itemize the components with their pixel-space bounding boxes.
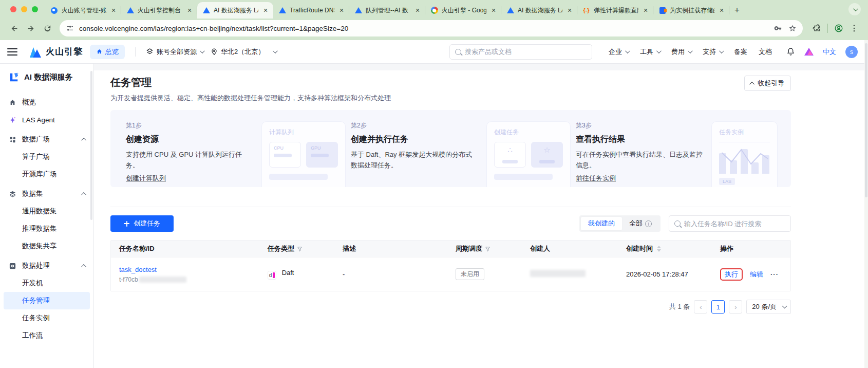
sidebar-group-dataset[interactable]: 数据集: [0, 185, 93, 203]
site-settings-icon[interactable]: [66, 24, 74, 32]
sidebar-item-operator-market[interactable]: 算子广场: [0, 148, 93, 165]
window-controls[interactable]: [6, 0, 45, 19]
menu-support[interactable]: 支持: [703, 47, 723, 57]
filter-all[interactable]: 全部 i: [622, 217, 659, 230]
chevron-up-icon: [81, 137, 86, 142]
task-description-cell: -: [343, 270, 456, 278]
menu-docs[interactable]: 文档: [759, 47, 772, 57]
sidebar-item-las-agent[interactable]: LAS Agent: [0, 111, 93, 128]
sidebar-item-devmachine[interactable]: 开发机: [0, 274, 93, 292]
processor-icon: [8, 262, 17, 270]
create-queue-link[interactable]: 创建计算队列: [126, 174, 166, 183]
page-size-select[interactable]: 20 条/页: [746, 300, 791, 314]
more-actions-icon[interactable]: ···: [770, 270, 779, 278]
prev-page-button[interactable]: ‹: [694, 300, 707, 314]
hamburger-menu-icon[interactable]: [7, 48, 17, 56]
new-tab-button[interactable]: +: [729, 5, 747, 19]
close-window-button[interactable]: [10, 6, 16, 12]
browser-menu-icon[interactable]: [850, 24, 859, 33]
sort-icon[interactable]: [657, 246, 661, 252]
docs-favicon-icon: [658, 7, 666, 14]
tab-close-icon[interactable]: ×: [642, 6, 649, 14]
reload-icon[interactable]: [40, 21, 54, 35]
browser-tab[interactable]: {-} 弹性计算爆款直降 ×: [577, 2, 653, 19]
sidebar-item-dataset-sharing[interactable]: 数据集共享: [0, 237, 93, 255]
menu-icp[interactable]: 备案: [734, 47, 747, 57]
chevron-down-icon: [719, 48, 724, 53]
profile-avatar-icon[interactable]: [834, 24, 843, 33]
browser-tab[interactable]: TrafficRoute DNS ×: [273, 2, 349, 19]
filter-icon[interactable]: [485, 246, 490, 252]
global-search[interactable]: [449, 44, 592, 60]
edit-task-link[interactable]: 编辑: [750, 270, 763, 279]
browser-tab[interactable]: 队列管理--AI 数 ×: [349, 2, 425, 19]
volcengine-logo[interactable]: 火山引擎: [29, 46, 83, 58]
browser-tab[interactable]: 为实例挂载存储的 ×: [653, 2, 729, 19]
back-icon[interactable]: [7, 21, 22, 35]
sidebar-item-task-management[interactable]: 任务管理: [4, 292, 90, 309]
search-icon: [455, 49, 461, 55]
url-text[interactable]: console.volcengine.com/las/region:las+cn…: [79, 25, 769, 32]
filter-created-by-me[interactable]: 我创建的: [581, 217, 622, 230]
password-key-icon[interactable]: [774, 24, 782, 32]
tab-close-icon[interactable]: ×: [338, 6, 345, 14]
overview-tab[interactable]: 总览: [90, 45, 125, 59]
notification-bell-icon[interactable]: [786, 47, 795, 56]
language-switch[interactable]: 中文: [823, 47, 836, 57]
sidebar-item-task-instance[interactable]: 任务实例: [0, 309, 93, 327]
menu-enterprise[interactable]: 企业: [609, 47, 629, 57]
task-table: 任务名称/ID 任务类型 描述 周期调度 创建人 创建时间: [110, 240, 791, 291]
sidebar-item-oss-market[interactable]: 开源库广场: [0, 165, 93, 183]
browser-tab[interactable]: AI 数据湖服务 LA ×: [501, 2, 577, 19]
collapse-guide-button[interactable]: 收起引导: [744, 76, 791, 91]
sidebar-item-inference-dataset[interactable]: 推理数据集: [0, 220, 93, 237]
browser-tab[interactable]: 火山引擎 - Goog ×: [425, 2, 501, 19]
task-search[interactable]: [669, 215, 791, 232]
bookmark-star-icon[interactable]: [788, 24, 797, 32]
next-page-button[interactable]: ›: [729, 300, 742, 314]
chevron-down-icon: [625, 48, 630, 53]
tab-close-icon[interactable]: ×: [110, 6, 117, 14]
tab-search-chevron-icon[interactable]: [848, 3, 861, 15]
sidebar-item-overview[interactable]: 概览: [0, 94, 93, 111]
region-select[interactable]: 华北2（北京）: [211, 47, 276, 57]
run-task-link[interactable]: 执行: [725, 270, 738, 278]
create-task-button[interactable]: 创建任务: [110, 215, 174, 232]
sidebar-group-data-processing[interactable]: 数据处理: [0, 257, 93, 274]
minimize-window-button[interactable]: [21, 6, 27, 12]
plus-icon: [124, 221, 129, 227]
browser-tab[interactable]: 火山引擎控制台 ×: [121, 2, 197, 19]
forward-icon[interactable]: [24, 21, 38, 35]
user-avatar[interactable]: s: [845, 46, 858, 58]
menu-billing[interactable]: 费用: [671, 47, 691, 57]
tab-close-icon[interactable]: ×: [262, 6, 269, 14]
task-name-link[interactable]: task_doctest: [119, 266, 157, 273]
sidebar-group-data-market[interactable]: 数据广场: [0, 131, 93, 148]
tab-close-icon[interactable]: ×: [414, 6, 421, 14]
tab-close-icon[interactable]: ×: [186, 6, 193, 14]
sidebar-item-workflow[interactable]: 工作流: [0, 327, 93, 344]
resource-scope-select[interactable]: 账号全部资源: [146, 47, 203, 57]
chevron-down-icon: [200, 48, 205, 53]
sidebar-scrollbar[interactable]: [90, 71, 92, 220]
col-creator: 创建人: [530, 244, 626, 253]
window-scrollbar[interactable]: [864, 40, 868, 368]
menu-tools[interactable]: 工具: [640, 47, 660, 57]
task-search-input[interactable]: [684, 220, 785, 228]
browser-tab-strip: 火山账号管理-账 × 火山引擎控制台 × AI 数据湖服务 LA × Traff…: [0, 0, 868, 19]
step-desc: 基于 Daft、Ray 框架发起大规模的分布式数据处理任务。: [351, 149, 478, 171]
ai-assistant-icon[interactable]: [804, 48, 814, 56]
tab-close-icon[interactable]: ×: [566, 6, 573, 14]
tab-close-icon[interactable]: ×: [718, 6, 725, 14]
address-bar[interactable]: console.volcengine.com/las/region:las+cn…: [60, 20, 803, 36]
tab-close-icon[interactable]: ×: [490, 6, 497, 14]
global-search-input[interactable]: [465, 48, 587, 56]
browser-tab-active[interactable]: AI 数据湖服务 LA ×: [197, 2, 273, 19]
browser-tab[interactable]: 火山账号管理-账 ×: [45, 2, 121, 19]
goto-task-instance-link[interactable]: 前往任务实例: [576, 174, 616, 183]
extensions-icon[interactable]: [812, 24, 821, 33]
filter-icon[interactable]: [297, 246, 303, 252]
sidebar-item-general-dataset[interactable]: 通用数据集: [0, 203, 93, 220]
zoom-window-button[interactable]: [32, 6, 38, 12]
page-1-button[interactable]: 1: [711, 300, 725, 314]
